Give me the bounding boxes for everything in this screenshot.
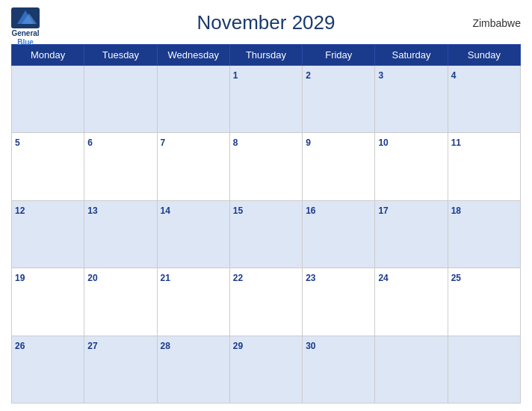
day-number: 17: [378, 206, 388, 216]
calendar-day: 18: [448, 200, 520, 268]
day-number: 24: [378, 273, 388, 283]
calendar-day: 16: [303, 200, 375, 268]
calendar-day: 22: [229, 268, 302, 336]
country-label: Zimbabwe: [472, 17, 521, 29]
day-number: 10: [378, 137, 388, 148]
day-number: 15: [233, 206, 243, 216]
calendar-day: 8: [229, 133, 302, 200]
calendar-day: 21: [157, 268, 229, 336]
calendar-day: 29: [229, 336, 302, 403]
calendar-day: 10: [375, 133, 448, 200]
calendar-day: 25: [448, 268, 520, 336]
calendar-day: 20: [84, 268, 157, 336]
calendar-day: 24: [375, 268, 448, 336]
calendar-day: 30: [303, 336, 375, 403]
calendar-table: Monday Tuesday Wednesday Thursday Friday…: [11, 44, 521, 404]
calendar-week-row: 12131415161718: [12, 200, 521, 268]
header-thursday: Thursday: [229, 45, 302, 66]
day-number: 30: [306, 341, 315, 351]
day-number: 3: [378, 70, 383, 81]
day-number: 21: [161, 273, 170, 283]
day-number: 20: [87, 273, 97, 283]
calendar-day: 19: [12, 268, 84, 336]
day-number: 22: [233, 273, 243, 283]
day-number: 11: [451, 137, 461, 148]
calendar-week-row: 567891011: [12, 133, 521, 200]
calendar-day: 4: [448, 66, 520, 133]
header-saturday: Saturday: [375, 45, 448, 66]
weekday-header-row: Monday Tuesday Wednesday Thursday Friday…: [12, 45, 521, 66]
day-number: 18: [451, 206, 461, 216]
day-number: 2: [306, 70, 311, 81]
day-number: 14: [161, 206, 170, 216]
calendar-day: 23: [303, 268, 375, 336]
calendar-day: 15: [229, 200, 302, 268]
day-number: 27: [87, 341, 97, 351]
day-number: 19: [15, 273, 25, 283]
calendar-day: 12: [12, 200, 84, 268]
day-number: 25: [451, 273, 461, 283]
calendar-week-row: 2627282930: [12, 336, 521, 403]
calendar-day: [12, 66, 84, 133]
day-number: 16: [306, 206, 315, 216]
calendar-day: 1: [229, 66, 302, 133]
header-monday: Monday: [12, 45, 84, 66]
calendar-day: 17: [375, 200, 448, 268]
day-number: 23: [306, 273, 315, 283]
logo: General Blue: [11, 7, 40, 47]
day-number: 26: [15, 341, 25, 351]
calendar-day: [157, 66, 229, 133]
calendar-day: 3: [375, 66, 448, 133]
logo-general: General: [11, 29, 39, 38]
calendar-day: 11: [448, 133, 520, 200]
day-number: 1: [233, 70, 238, 81]
calendar-day: [375, 336, 448, 403]
day-number: 13: [87, 206, 97, 216]
calendar-week-row: 1234: [12, 66, 521, 133]
calendar-day: 5: [12, 133, 84, 200]
logo-blue: Blue: [17, 38, 34, 47]
calendar-day: 14: [157, 200, 229, 268]
header-sunday: Sunday: [448, 45, 520, 66]
day-number: 29: [233, 341, 243, 351]
day-number: 7: [161, 137, 166, 148]
day-number: 12: [15, 206, 25, 216]
header-tuesday: Tuesday: [84, 45, 157, 66]
calendar-day: 7: [157, 133, 229, 200]
day-number: 5: [15, 137, 20, 148]
day-number: 9: [306, 137, 311, 148]
calendar-day: 28: [157, 336, 229, 403]
calendar-header: General Blue November 2029 Zimbabwe: [11, 7, 521, 38]
day-number: 8: [233, 137, 238, 148]
calendar-day: 6: [84, 133, 157, 200]
header-friday: Friday: [303, 45, 375, 66]
day-number: 4: [451, 70, 457, 81]
day-number: 6: [87, 137, 93, 148]
calendar-day: [448, 336, 520, 403]
calendar-title: November 2029: [197, 11, 335, 34]
calendar-day: 2: [303, 66, 375, 133]
calendar-week-row: 19202122232425: [12, 268, 521, 336]
calendar-day: 27: [84, 336, 157, 403]
calendar-day: 26: [12, 336, 84, 403]
day-number: 28: [161, 341, 170, 351]
calendar-day: [84, 66, 157, 133]
calendar-day: 13: [84, 200, 157, 268]
header-wednesday: Wednesday: [157, 45, 229, 66]
calendar-day: 9: [303, 133, 375, 200]
